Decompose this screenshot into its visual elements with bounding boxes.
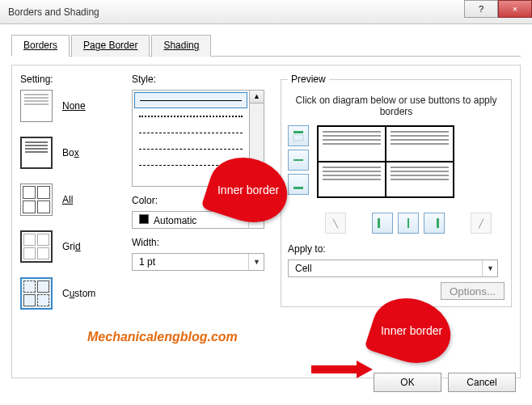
border-left-button[interactable] <box>372 213 393 234</box>
preview-diagram[interactable] <box>317 125 454 198</box>
border-top-button[interactable] <box>288 125 309 146</box>
chevron-down-icon: ▼ <box>248 212 260 228</box>
scroll-track[interactable] <box>250 103 264 173</box>
apply-to-label: Apply to: <box>288 243 505 255</box>
svg-rect-2 <box>293 159 303 161</box>
border-diag-up-button[interactable]: ╱ <box>471 213 492 234</box>
svg-rect-1 <box>293 135 303 141</box>
border-bottom-button[interactable] <box>288 174 309 195</box>
width-combo-value: 1 pt <box>139 256 155 268</box>
scroll-up-icon[interactable]: ▲ <box>250 91 264 103</box>
setting-custom[interactable]: Custom <box>20 277 124 310</box>
style-row-dashed[interactable] <box>134 141 247 157</box>
setting-label: Setting: <box>20 74 124 85</box>
style-row-dotted[interactable] <box>134 108 247 124</box>
style-list[interactable]: ▲ ▼ <box>132 90 264 187</box>
width-combo[interactable]: 1 pt ▼ <box>132 253 264 271</box>
content-panel: Setting: None Box <box>11 65 521 378</box>
chevron-down-icon: ▼ <box>482 260 494 276</box>
title-bar: Borders and Shading ? × <box>0 0 532 24</box>
setting-none-icon <box>20 90 53 122</box>
svg-rect-4 <box>378 218 380 228</box>
ok-button[interactable]: OK <box>374 373 441 392</box>
style-label: Style: <box>132 74 271 85</box>
border-inner-v-button[interactable] <box>398 213 419 234</box>
setting-box[interactable]: Box <box>20 137 124 169</box>
preview-legend: Preview <box>288 74 329 85</box>
color-combo-value: Automatic <box>154 215 196 226</box>
close-button[interactable]: × <box>498 0 532 18</box>
tab-borders[interactable]: Borders <box>11 35 70 57</box>
setting-grid[interactable]: Grid <box>20 230 124 263</box>
svg-rect-0 <box>293 131 303 133</box>
setting-all-label: All <box>62 194 73 205</box>
style-row-dashdot[interactable] <box>134 157 247 173</box>
setting-custom-icon <box>20 277 53 310</box>
window-title: Borders and Shading <box>8 6 99 18</box>
width-label: Width: <box>132 237 271 248</box>
border-right-button[interactable] <box>424 213 445 234</box>
apply-to-combo[interactable]: Cell ▼ <box>288 259 498 277</box>
setting-none-label: None <box>62 100 86 112</box>
style-row-dash-fine[interactable] <box>134 124 247 141</box>
help-icon: ? <box>479 4 483 14</box>
color-label: Color: <box>132 195 271 206</box>
close-icon: × <box>513 4 517 14</box>
svg-rect-6 <box>437 218 439 228</box>
cancel-button[interactable]: Cancel <box>448 373 516 392</box>
setting-grid-icon <box>20 230 53 263</box>
help-button[interactable]: ? <box>464 0 498 18</box>
setting-all[interactable]: All <box>20 184 124 216</box>
scroll-down-icon[interactable]: ▼ <box>250 173 264 186</box>
svg-rect-3 <box>293 187 303 189</box>
setting-box-icon <box>20 137 53 169</box>
border-diag-down-button[interactable]: ╲ <box>325 213 346 234</box>
setting-box-label: Box <box>62 147 79 158</box>
tab-page-border[interactable]: Page Border <box>71 35 150 57</box>
options-button: Options... <box>441 282 505 300</box>
setting-grid-label: Grid <box>62 241 81 252</box>
preview-fieldset: Preview Click on diagram below or use bu… <box>281 74 512 307</box>
style-scrollbar[interactable]: ▲ ▼ <box>249 91 264 186</box>
style-row-solid[interactable] <box>134 92 247 108</box>
border-inner-h-button[interactable] <box>288 150 309 171</box>
setting-none[interactable]: None <box>20 90 124 122</box>
preview-hint: Click on diagram below or use buttons to… <box>288 91 505 125</box>
chevron-down-icon: ▼ <box>248 254 260 270</box>
apply-to-value: Cell <box>295 263 312 274</box>
color-swatch-icon <box>139 214 149 224</box>
setting-custom-label: Custom <box>62 288 95 299</box>
setting-all-icon <box>20 184 53 216</box>
color-combo[interactable]: Automatic ▼ <box>132 211 264 229</box>
svg-rect-5 <box>407 218 409 228</box>
tab-shading[interactable]: Shading <box>151 35 211 57</box>
tab-strip: Borders Page Border Shading <box>11 34 521 57</box>
